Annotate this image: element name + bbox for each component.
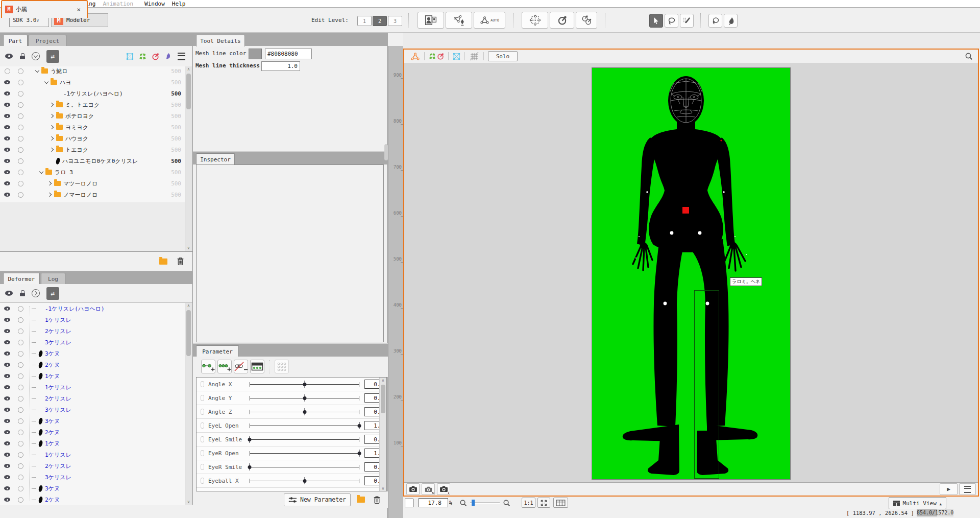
- new-parameter-button[interactable]: New Parameter: [284, 493, 351, 506]
- lock-toggle[interactable]: [18, 396, 23, 402]
- panel-splitter-grip[interactable]: [384, 144, 388, 160]
- tree-row[interactable]: ハヨ500: [0, 77, 192, 88]
- warp-deformer-tool-button[interactable]: [522, 12, 548, 29]
- scroll-down-arrow[interactable]: [185, 245, 192, 251]
- scroll-down-arrow[interactable]: [380, 486, 386, 491]
- tree-row[interactable]: う鮱ロ500: [0, 66, 192, 77]
- visibility-toggle[interactable]: [4, 351, 10, 356]
- zoom-100-button[interactable]: 1:1: [522, 498, 535, 508]
- param-slider[interactable]: [250, 449, 359, 458]
- scroll-up-arrow[interactable]: [380, 378, 386, 384]
- deformer-row[interactable]: 1ケリスレ: [0, 382, 192, 393]
- lock-toggle[interactable]: [18, 385, 23, 390]
- mesh-line-color-swatch[interactable]: [249, 49, 262, 59]
- deformer-row[interactable]: 1ケリスレ: [0, 314, 192, 325]
- scrollbar-thumb[interactable]: [381, 385, 385, 413]
- param-slider[interactable]: [250, 476, 359, 485]
- mesh-edit-tool-button[interactable]: [446, 12, 472, 29]
- param-repeat-icon[interactable]: [201, 436, 204, 442]
- filter-glue-icon[interactable]: [164, 53, 172, 60]
- deformer-row[interactable]: 2ケヌ: [0, 494, 192, 505]
- deformer-row[interactable]: 3ケヌ: [0, 483, 192, 494]
- visibility-toggle[interactable]: [4, 159, 10, 163]
- document-tab[interactable]: M 小黑: [1, 0, 88, 18]
- lock-toggle[interactable]: [18, 158, 23, 164]
- tree-row[interactable]: ボテロヨク500: [0, 110, 192, 122]
- deformer-visibility-icon[interactable]: [429, 53, 444, 60]
- edit-level-1-button[interactable]: 1: [357, 16, 372, 26]
- scroll-up-arrow[interactable]: [185, 303, 192, 309]
- lock-toggle[interactable]: [18, 91, 23, 97]
- lock-toggle[interactable]: [18, 452, 23, 458]
- tree-row[interactable]: ハヨユニモロ0ケヌ0クリスレ500: [0, 155, 192, 167]
- tree-row[interactable]: ハウヨク500: [0, 133, 192, 144]
- magnetic-lasso-tool-button[interactable]: [708, 14, 722, 28]
- lock-toggle[interactable]: [18, 441, 23, 446]
- visibility-toggle[interactable]: [4, 103, 10, 107]
- slider-knob[interactable]: [247, 462, 253, 472]
- texture-edit-tool-button[interactable]: [418, 12, 444, 29]
- visibility-column-icon[interactable]: [5, 291, 13, 296]
- slider-knob[interactable]: [356, 421, 363, 430]
- visibility-toggle[interactable]: [4, 329, 10, 333]
- visibility-toggle[interactable]: [4, 91, 10, 96]
- lasso-select-tool-button[interactable]: [665, 14, 678, 28]
- snapshot-button[interactable]: [406, 483, 420, 495]
- tree-row[interactable]: ノマーロノロ500: [0, 189, 192, 200]
- tree-row[interactable]: ヨミヨク500: [0, 122, 192, 133]
- visibility-toggle[interactable]: [4, 430, 10, 434]
- lock-toggle[interactable]: [18, 80, 23, 85]
- tab-parameter[interactable]: Parameter: [196, 345, 239, 357]
- tree-row[interactable]: トエヨク500: [0, 144, 192, 155]
- auto-mesh-tool-button[interactable]: AUTO: [474, 12, 505, 29]
- lock-toggle[interactable]: [18, 125, 23, 130]
- chevron-right-icon[interactable]: [47, 181, 52, 185]
- mesh-visibility-icon[interactable]: [453, 53, 460, 60]
- delete-keys-button[interactable]: [234, 360, 248, 373]
- fit-view-button[interactable]: [537, 498, 550, 508]
- visibility-toggle[interactable]: [4, 396, 10, 401]
- lock-toggle[interactable]: [18, 351, 23, 357]
- deformer-row[interactable]: 3ケリスレ: [0, 337, 192, 348]
- scroll-up-arrow[interactable]: [185, 66, 192, 73]
- glue-tool-button[interactable]: [724, 14, 738, 28]
- zoom-out-icon[interactable]: [459, 499, 467, 507]
- visibility-toggle[interactable]: [4, 385, 10, 389]
- search-zoom-icon[interactable]: [965, 52, 973, 60]
- deformer-row[interactable]: 3ケリスレ: [0, 472, 192, 483]
- deformer-row[interactable]: 1ケリスレ: [0, 449, 192, 460]
- lock-toggle[interactable]: [18, 497, 23, 503]
- play-button[interactable]: [940, 483, 958, 495]
- visibility-column-icon[interactable]: [5, 54, 13, 59]
- visibility-toggle[interactable]: [4, 193, 10, 197]
- param-repeat-icon[interactable]: [201, 395, 204, 401]
- scrollbar-thumb[interactable]: [186, 74, 191, 109]
- chevron-right-icon[interactable]: [50, 148, 54, 152]
- lock-toggle[interactable]: [18, 340, 23, 345]
- new-folder-button[interactable]: [159, 258, 167, 265]
- lock-toggle[interactable]: [18, 68, 23, 74]
- tab-tool-details[interactable]: Tool Details: [196, 35, 245, 46]
- slider-knob[interactable]: [301, 407, 308, 416]
- visibility-toggle[interactable]: [4, 464, 10, 468]
- visibility-toggle[interactable]: [4, 181, 10, 185]
- visibility-toggle[interactable]: [4, 80, 10, 84]
- lock-toggle[interactable]: [18, 407, 23, 413]
- snapshot-onion-button[interactable]: ↻: [422, 483, 435, 495]
- lock-toggle[interactable]: [18, 136, 23, 142]
- deformer-row[interactable]: 2ケリスレ: [0, 460, 192, 472]
- deformer-tree-scrollbar[interactable]: [185, 303, 192, 505]
- background-color-swatch[interactable]: [405, 499, 413, 507]
- model-canvas[interactable]: ラロミ。ヘネ: [404, 63, 978, 482]
- tab-inspector[interactable]: Inspector: [196, 153, 235, 165]
- edit-level-3-button[interactable]: 3: [388, 16, 402, 26]
- visibility-toggle[interactable]: [4, 318, 10, 322]
- expand-all-icon[interactable]: [32, 289, 40, 297]
- delete-button[interactable]: [177, 257, 184, 266]
- visibility-toggle[interactable]: [4, 136, 10, 140]
- param-slider[interactable]: [250, 435, 359, 444]
- menu-help[interactable]: Help: [168, 1, 189, 7]
- visibility-toggle[interactable]: [4, 114, 10, 118]
- visibility-toggle[interactable]: [4, 374, 10, 378]
- filter-warp-deformer-icon[interactable]: [139, 53, 146, 60]
